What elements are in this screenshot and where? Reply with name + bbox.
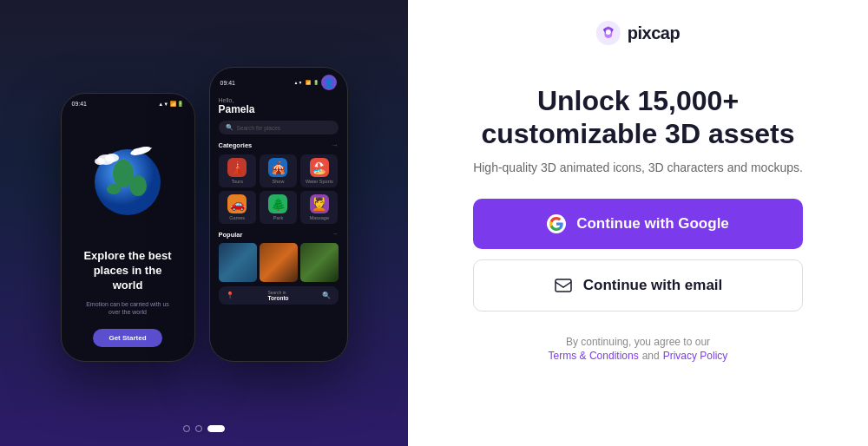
email-button-label: Continue with email — [583, 277, 723, 294]
svg-point-6 — [105, 154, 119, 162]
email-icon-svg — [555, 279, 572, 292]
phone-1-icons: ▲▼ 📶 🔋 — [158, 101, 183, 107]
phone-2-categories-title: Categories → — [219, 141, 339, 149]
category-tours: 🗼 Tours — [219, 154, 256, 187]
right-panel: pixcap Unlock 15,000+customizable 3D ass… — [408, 0, 868, 446]
pixcap-logo-icon — [596, 21, 621, 45]
terms-section: By continuing, you agree to our Terms & … — [549, 336, 728, 362]
svg-rect-13 — [556, 279, 571, 292]
phone-1-content: Explore the best places in the world Emo… — [62, 110, 194, 356]
dot-3[interactable] — [207, 425, 225, 432]
phone-1-title: Explore the best places in the world — [81, 249, 175, 293]
phone-2: 09:41 ▲▼ 📶 🔋 👤 Hello, Pamela 🔍 Search fo… — [209, 67, 348, 362]
phone-2-content: Hello, Pamela 🔍 Search for places Catego… — [210, 94, 347, 308]
phone-2-hello: Hello, — [219, 97, 339, 103]
main-title: Unlock 15,000+customizable 3D assets — [481, 84, 794, 151]
logo: pixcap — [596, 21, 680, 45]
phone-1-status: 09:41 ▲▼ 📶 🔋 — [62, 94, 194, 110]
phone-2-status-icons: ▲▼ 📶 🔋 👤 — [294, 75, 337, 90]
email-icon — [554, 276, 573, 295]
get-started-button[interactable]: Get Started — [93, 329, 161, 347]
phone-2-categories: 🗼 Tours 🎪 Show 🏖️ Water Sports 🚗 Games — [219, 154, 339, 224]
continue-with-google-button[interactable]: Continue with Google — [473, 199, 803, 249]
globe-svg — [76, 123, 180, 227]
carousel-dots — [183, 425, 225, 432]
category-show: 🎪 Show — [260, 154, 297, 187]
svg-point-7 — [95, 158, 105, 165]
phone-1-text: Explore the best places in the world Emo… — [72, 249, 184, 347]
phone-2-search: 🔍 Search for places — [219, 121, 339, 134]
main-subtitle: High-quality 3D animated icons, 3D chara… — [473, 161, 803, 174]
svg-point-3 — [129, 175, 147, 196]
terms-prefix: By continuing, you agree to our — [549, 336, 728, 348]
phone-2-avatar: 👤 — [321, 75, 337, 90]
google-icon — [547, 214, 566, 233]
logo-text: pixcap — [628, 23, 680, 43]
popular-image-1 — [219, 243, 257, 282]
terms-and: and — [642, 350, 660, 362]
left-panel: 09:41 ▲▼ 📶 🔋 — [0, 0, 408, 446]
phone-2-popular-title: Popular → — [219, 231, 339, 239]
svg-point-12 — [606, 30, 611, 35]
google-g-svg — [549, 217, 563, 231]
terms-conditions-link[interactable]: Terms & Conditions — [549, 350, 639, 362]
svg-point-4 — [107, 184, 121, 194]
globe-area — [71, 119, 184, 232]
phone-2-images — [219, 243, 339, 282]
phone-2-status: 09:41 ▲▼ 📶 🔋 👤 — [210, 68, 347, 94]
dot-1[interactable] — [183, 425, 190, 432]
google-button-label: Continue with Google — [576, 215, 729, 233]
phone-2-time: 09:41 — [220, 80, 236, 86]
category-massage: 💆 Massage — [300, 191, 338, 224]
phone-2-location: Search in Toronto — [267, 290, 288, 301]
privacy-policy-link[interactable]: Privacy Policy — [663, 350, 728, 362]
phone-1-subtitle: Emotion can be carried with us over the … — [81, 300, 175, 318]
popular-image-2 — [260, 243, 298, 282]
phone-2-search-placeholder: Search for places — [237, 125, 281, 131]
terms-links: Terms & Conditions and Privacy Policy — [549, 350, 728, 362]
category-water-sports: 🏖️ Water Sports — [300, 154, 338, 187]
popular-image-3 — [300, 243, 339, 282]
phone-1: 09:41 ▲▼ 📶 🔋 — [61, 93, 195, 362]
category-games: 🚗 Games — [219, 191, 256, 224]
phone-2-name: Pamela — [219, 103, 339, 115]
category-park: 🌲 Park — [260, 191, 297, 224]
phone-1-time: 09:41 — [72, 101, 88, 107]
phones-container: 09:41 ▲▼ 📶 🔋 — [61, 67, 348, 362]
phone-2-bottom-bar: 📍 Search in Toronto 🔍 — [219, 286, 339, 305]
dot-2[interactable] — [195, 425, 202, 432]
continue-with-email-button[interactable]: Continue with email — [473, 259, 803, 312]
